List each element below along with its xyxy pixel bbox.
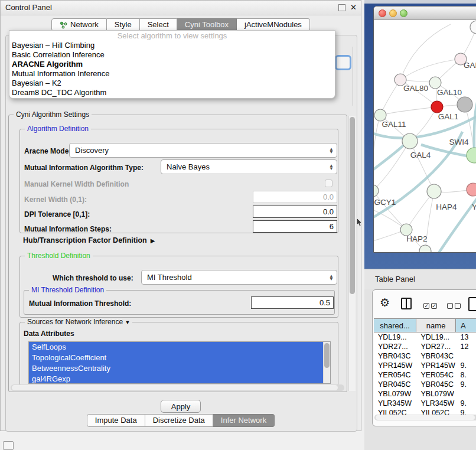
table-row[interactable]: YPR145WYPR145W9. <box>374 361 476 370</box>
table-row[interactable]: YDR27...YDR27...12 <box>374 342 476 351</box>
tab-network[interactable]: Network <box>51 18 107 31</box>
unchecked-checkbox-icon[interactable] <box>447 303 453 309</box>
dropdown-item[interactable]: Mutual Information Inference <box>9 69 335 79</box>
split-columns-icon[interactable] <box>401 298 412 309</box>
data-attributes-label: Data Attributes <box>24 330 74 338</box>
column-header-partial[interactable]: A <box>456 319 476 332</box>
network-node-hap4[interactable] <box>427 184 441 198</box>
top-tab-bar: Network Style Select Cyni Toolbox jActiv… <box>1 18 361 31</box>
network-edge[interactable] <box>400 59 461 80</box>
document-icon[interactable] <box>468 297 476 311</box>
network-node-hap2[interactable] <box>400 224 412 236</box>
tab-jactivemnodules-label: jActiveMNodules <box>244 18 302 31</box>
node-table: shared... name A YDL19...YDL19...13YDR27… <box>374 318 476 418</box>
checked-checkbox-icon[interactable]: ✓ <box>431 303 437 309</box>
network-node-gal4[interactable] <box>402 133 418 149</box>
algorithm-dropdown-popup: Select algorithm to view settings Bayesi… <box>9 30 335 99</box>
checked-checkbox-icon[interactable]: ✓ <box>423 303 429 309</box>
dropdown-item[interactable]: Bayesian – Hill Climbing <box>9 41 335 50</box>
table-cell: YBR043C <box>416 351 456 361</box>
table-row[interactable]: YDL19...YDL19...13 <box>374 332 476 342</box>
close-icon[interactable]: ✕ <box>350 2 357 13</box>
settings-vertical-scrollbar[interactable] <box>348 116 356 391</box>
apply-button[interactable]: Apply <box>161 400 201 413</box>
network-node[interactable] <box>419 245 431 253</box>
gear-icon[interactable]: ⚙ <box>380 296 390 309</box>
stepper-icon: ▲▼ <box>329 160 334 174</box>
network-edge[interactable] <box>380 107 437 115</box>
attribute-list-item[interactable]: BetweennessCentrality <box>29 363 330 374</box>
network-node[interactable] <box>457 97 472 112</box>
focused-combo-fragment[interactable] <box>335 55 351 70</box>
close-traffic-light-icon[interactable] <box>379 9 386 17</box>
float-window-icon[interactable] <box>338 4 345 11</box>
dropdown-item[interactable]: Bayesian – K2 <box>9 79 335 88</box>
table-horizontal-scrollbar[interactable] <box>374 415 476 420</box>
network-edge[interactable] <box>374 191 406 230</box>
table-row[interactable]: YER054CYER054C8. <box>374 370 476 380</box>
mi-steps-field[interactable]: 6 <box>253 220 337 233</box>
tab-discretize-data[interactable]: Discretize Data <box>145 414 213 427</box>
dropdown-item[interactable]: Dream8 DC_TDC Algorithm <box>9 88 335 97</box>
tab-cyni-toolbox[interactable]: Cyni Toolbox <box>177 18 237 31</box>
column-header-name[interactable]: name <box>416 319 456 332</box>
unchecked-checkbox-icon[interactable] <box>455 303 461 309</box>
data-attributes-list[interactable]: SelfLoopsTopologicalCoefficientBetweenne… <box>28 341 331 384</box>
mi-steps-value: 6 <box>330 222 334 231</box>
tab-style-label: Style <box>115 18 132 31</box>
network-node[interactable] <box>470 21 476 34</box>
network-node-gal1[interactable] <box>431 101 443 113</box>
control-panel-titlebar: Control Panel ✕ <box>1 1 361 15</box>
table-cell: YLR345W <box>374 399 416 408</box>
which-threshold-select[interactable]: MI Threshold ▲▼ <box>141 270 337 285</box>
attribute-list-item[interactable]: TopologicalCoefficient <box>29 353 330 363</box>
manual-kernel-width-checkbox[interactable] <box>325 180 332 187</box>
table-row[interactable]: YBL079WYBL079W <box>374 389 476 399</box>
table-cell: 8. <box>457 370 476 380</box>
hub-definition-toggle[interactable]: Hub/Transcription Factor Definition▶ <box>23 236 155 244</box>
column-header-shared-name[interactable]: shared... <box>374 319 416 332</box>
attribute-list-item[interactable]: SelfLoops <box>29 342 330 353</box>
mi-threshold-definition-title: MI Threshold Definition <box>29 286 106 294</box>
kernel-width-field[interactable]: 0.0 <box>253 191 337 203</box>
table-row[interactable]: YBR043CYBR043C <box>374 351 476 361</box>
tab-infer-network[interactable]: Infer Network <box>213 414 275 427</box>
table-header-row: shared... name A <box>374 318 476 332</box>
sources-title[interactable]: Sources for Network Inference ▼ <box>25 318 132 326</box>
expanded-arrow-icon: ▼ <box>125 319 130 325</box>
mi-algorithm-type-select[interactable]: Naive Bayes ▲▼ <box>161 159 337 174</box>
control-panel-window: Control Panel ✕ Network Style Select Cyn… <box>0 0 361 431</box>
kernel-width-value: 0.0 <box>323 193 334 201</box>
network-node-y[interactable] <box>467 183 476 196</box>
dropdown-item[interactable]: Basic Correlation Inference <box>9 50 335 60</box>
network-node-gal10[interactable] <box>429 77 441 89</box>
mutual-information-threshold-field[interactable]: 0.5 <box>251 296 334 309</box>
kernel-width-label: Kernel Width (0,1): <box>24 195 87 204</box>
network-node-swi4[interactable] <box>467 148 476 163</box>
settings-horizontal-scrollbar[interactable] <box>11 384 344 391</box>
network-node-gcy1[interactable] <box>374 185 379 197</box>
mi-steps-label: Mutual Information Steps: <box>24 225 112 233</box>
tab-network-label: Network <box>70 18 99 31</box>
which-threshold-label: Which threshold to use: <box>53 274 133 282</box>
table-row[interactable]: YLR345WYLR345W9. <box>374 399 476 408</box>
tab-impute-data[interactable]: Impute Data <box>87 414 145 427</box>
aracne-mode-select[interactable]: Discovery ▲▼ <box>69 143 337 158</box>
aracne-mode-value: Discovery <box>75 146 109 155</box>
attribute-list-scrollbar[interactable] <box>323 342 330 384</box>
zoom-traffic-light-icon[interactable] <box>400 9 407 17</box>
table-row[interactable]: YBR045CYBR045C9. <box>374 380 476 389</box>
tab-jactivemnodules[interactable]: jActiveMNodules <box>237 18 310 31</box>
collapsed-panel-icon[interactable] <box>3 441 14 450</box>
mutual-information-threshold-label: Mutual Information Threshold: <box>29 299 131 308</box>
tab-style[interactable]: Style <box>107 18 140 31</box>
tab-select[interactable]: Select <box>140 18 177 31</box>
network-edge[interactable] <box>400 24 451 80</box>
network-graph[interactable]: GALGAL80GAL10GAL1GAL11GAL4SWI4GCY1HAP4YH… <box>374 19 476 253</box>
minimize-traffic-light-icon[interactable] <box>389 9 397 17</box>
dropdown-item[interactable]: ARACNE Algorithm <box>9 60 335 69</box>
dpi-tolerance-field[interactable]: 0.0 <box>253 206 337 218</box>
table-toolbar: ⚙ ✓ ✓ <box>373 290 476 318</box>
attribute-list-item[interactable]: gal4RGexp <box>29 374 330 384</box>
network-node-gal11[interactable] <box>374 109 386 121</box>
